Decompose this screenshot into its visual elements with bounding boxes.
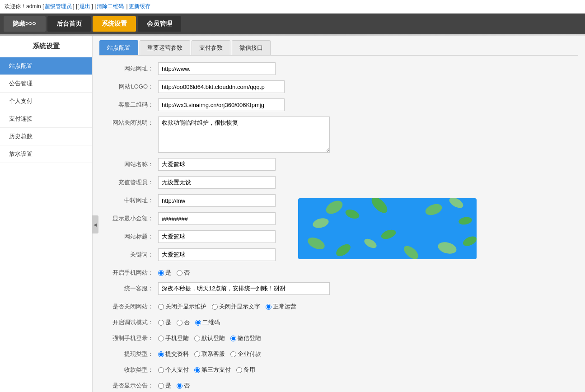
tabs: 站点配置 重要运营参数 支付参数 微信接口 xyxy=(99,40,578,56)
mobile-site-label: 开启手机网站： xyxy=(99,266,158,277)
min-amount-input[interactable] xyxy=(158,212,276,225)
form-row-debug: 开启调试模式： 是 否 二维码 xyxy=(99,316,578,327)
payment-label: 收款类型： xyxy=(99,364,158,374)
logout-link[interactable]: 退出 xyxy=(80,3,90,9)
sidebar-item-announcement[interactable]: 公告管理 xyxy=(0,75,92,93)
customer-qr-label: 客服二维码： xyxy=(99,98,158,109)
keywords-input[interactable] xyxy=(158,248,276,261)
recharge-admin-input[interactable] xyxy=(158,176,276,189)
sidebar-item-personal-pay[interactable]: 个人支付 xyxy=(0,93,92,110)
force-mobile-opt3-radio[interactable]: 微信登陆 xyxy=(230,334,261,342)
svg-point-1 xyxy=(344,208,360,220)
debug-yes-radio[interactable]: 是 xyxy=(158,318,171,327)
debug-radio-group: 是 否 二维码 xyxy=(158,316,220,327)
svg-point-9 xyxy=(437,240,458,256)
svg-point-11 xyxy=(402,243,421,259)
force-mobile-label: 强制手机登录： xyxy=(99,332,158,342)
svg-point-8 xyxy=(334,242,353,258)
welcome-text: 欢迎你！admin xyxy=(5,3,41,9)
form-row-payment: 收款类型： 个人支付 第三方支付 备用 xyxy=(99,364,578,374)
withdraw-opt1-radio[interactable]: 提交资料 xyxy=(158,350,189,358)
sidebar-item-site-config[interactable]: 站点配置 xyxy=(0,57,92,75)
svg-point-6 xyxy=(458,216,473,226)
withdraw-label: 提现类型： xyxy=(99,348,158,358)
admin-link[interactable]: 超级管理员 xyxy=(45,3,72,9)
mobile-site-yes-radio[interactable]: 是 xyxy=(158,269,171,277)
show-notice-label: 是否显示公告： xyxy=(99,379,158,390)
transfer-url-input[interactable] xyxy=(158,194,276,207)
debug-no-radio[interactable]: 否 xyxy=(177,318,190,327)
form-row-website-logo: 网站LOGO： xyxy=(99,80,578,93)
qr-decoration xyxy=(298,198,477,259)
sidebar-item-history[interactable]: 历史总数 xyxy=(0,128,92,145)
tab-wechat[interactable]: 微信接口 xyxy=(232,40,271,55)
home-nav-button[interactable]: 后台首页 xyxy=(47,16,91,32)
layout: 系统设置 站点配置 公告管理 个人支付 支付连接 历史总数 放水设置 ◀ 站点配… xyxy=(0,36,585,392)
mobile-site-radio-group: 是 否 xyxy=(158,266,190,277)
form-row-unified-service: 统一客服： xyxy=(99,282,578,295)
withdraw-opt2-radio[interactable]: 联系客服 xyxy=(194,350,225,358)
refresh-cache-link[interactable]: 更新缓存 xyxy=(129,3,150,9)
clear-qr-link[interactable]: 清除二维码 xyxy=(97,3,124,9)
form-row-recharge-admin: 充值管理员： xyxy=(99,176,578,189)
force-mobile-opt1-radio[interactable]: 手机登陆 xyxy=(158,334,189,342)
unified-service-label: 统一客服： xyxy=(99,282,158,293)
site-name-label: 网站名称： xyxy=(99,158,158,168)
site-close-radio-group: 关闭并显示维护 关闭并显示文字 正常运营 xyxy=(158,300,296,311)
form-row-close-notice: 网站关闭说明： xyxy=(99,117,578,153)
payment-opt2-radio[interactable]: 第三方支付 xyxy=(194,366,231,374)
force-mobile-opt2-radio[interactable]: 默认登陆 xyxy=(194,334,225,342)
member-nav-button[interactable]: 会员管理 xyxy=(138,16,181,32)
site-close-label: 是否关闭网站： xyxy=(99,300,158,311)
form-row-mobile-site: 开启手机网站： 是 否 xyxy=(99,266,578,277)
hide-nav-button[interactable]: 隐藏>>> xyxy=(4,16,46,32)
payment-opt3-radio[interactable]: 备用 xyxy=(236,366,255,374)
show-notice-radio-group: 是 否 xyxy=(158,379,190,390)
mobile-site-no-radio[interactable]: 否 xyxy=(177,269,190,277)
system-nav-button[interactable]: 系统设置 xyxy=(93,16,136,32)
svg-point-0 xyxy=(324,198,345,216)
site-close-opt2-radio[interactable]: 关闭并显示文字 xyxy=(212,303,260,311)
site-close-opt3-radio[interactable]: 正常运营 xyxy=(266,303,296,311)
website-logo-label: 网站LOGO： xyxy=(99,80,158,91)
force-mobile-radio-group: 手机登陆 默认登陆 微信登陆 xyxy=(158,332,261,342)
form-row-website-url: 网站网址： xyxy=(99,62,578,75)
site-title-input[interactable] xyxy=(158,230,276,243)
tab-payment-params[interactable]: 支付参数 xyxy=(192,40,230,55)
site-title-label: 网站标题： xyxy=(99,230,158,241)
sidebar-item-pay-connect[interactable]: 支付连接 xyxy=(0,110,92,128)
tab-operations[interactable]: 重要运营参数 xyxy=(140,40,190,55)
form-row-site-name: 网站名称： xyxy=(99,158,578,171)
unified-service-input[interactable] xyxy=(158,282,330,295)
website-url-input[interactable] xyxy=(158,62,276,75)
debug-label: 开启调试模式： xyxy=(99,316,158,327)
sidebar-item-water-settings[interactable]: 放水设置 xyxy=(0,145,92,163)
sidebar-collapse-button[interactable]: ◀ xyxy=(92,215,98,233)
debug-qr-radio[interactable]: 二维码 xyxy=(195,318,220,327)
payment-opt1-radio[interactable]: 个人支付 xyxy=(158,366,189,374)
show-notice-yes-radio[interactable]: 是 xyxy=(158,382,171,390)
form-row-show-notice: 是否显示公告： 是 否 xyxy=(99,379,578,390)
svg-point-4 xyxy=(424,202,443,217)
sidebar-title: 系统设置 xyxy=(0,36,92,57)
customer-qr-input[interactable] xyxy=(158,98,285,111)
payment-radio-group: 个人支付 第三方支付 备用 xyxy=(158,364,255,374)
close-notice-textarea[interactable] xyxy=(158,117,330,153)
transfer-url-label: 中转网址： xyxy=(99,194,158,205)
tab-site-config[interactable]: 站点配置 xyxy=(99,40,138,55)
website-url-label: 网站网址： xyxy=(99,62,158,73)
site-name-input[interactable] xyxy=(158,158,276,171)
svg-point-2 xyxy=(312,217,330,230)
show-notice-no-radio[interactable]: 否 xyxy=(177,382,190,390)
website-logo-input[interactable] xyxy=(158,80,285,93)
withdraw-opt3-radio[interactable]: 企业付款 xyxy=(230,350,261,358)
svg-point-12 xyxy=(380,228,397,241)
form-row-withdraw: 提现类型： 提交资料 联系客服 企业付款 xyxy=(99,348,578,358)
svg-point-10 xyxy=(462,234,477,248)
site-close-opt1-radio[interactable]: 关闭并显示维护 xyxy=(158,303,206,311)
recharge-admin-label: 充值管理员： xyxy=(99,176,158,187)
nav-bar: 隐藏>>> 后台首页 系统设置 会员管理 xyxy=(0,14,585,34)
sidebar: 系统设置 站点配置 公告管理 个人支付 支付连接 历史总数 放水设置 ◀ xyxy=(0,36,93,392)
svg-point-3 xyxy=(369,198,390,215)
form-row-force-mobile: 强制手机登录： 手机登陆 默认登陆 微信登陆 xyxy=(99,332,578,342)
